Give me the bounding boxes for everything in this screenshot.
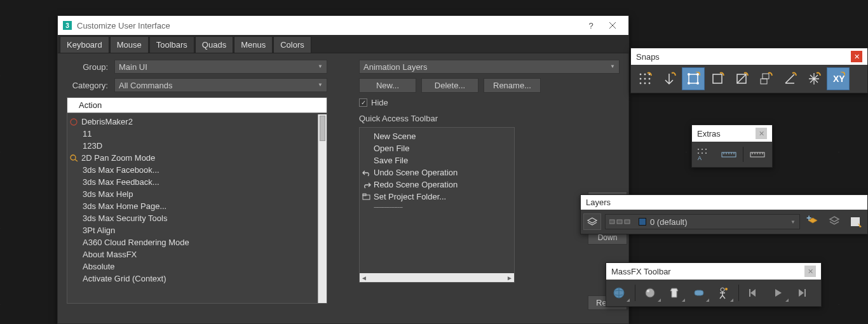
svg-rect-44 <box>804 289 806 297</box>
scroll-right-icon[interactable]: ► <box>506 274 513 281</box>
tab-keyboard[interactable]: Keyboard <box>60 36 109 53</box>
group-label: Group: <box>67 62 114 72</box>
svg-text:+: + <box>806 215 811 223</box>
svg-point-15 <box>696 73 699 76</box>
scroll-thumb[interactable] <box>320 116 325 141</box>
group-select[interactable]: Main UI <box>114 60 327 74</box>
svg-point-9 <box>649 78 650 79</box>
list-item: 3ds Max Security Tools <box>67 212 318 224</box>
rename-button[interactable]: Rename... <box>484 78 541 93</box>
svg-point-6 <box>649 74 650 75</box>
hide-checkbox-row[interactable]: ✓ Hide <box>359 98 620 107</box>
layer-select[interactable]: 0 (default) <box>605 214 800 229</box>
layer-swatch-icons <box>609 217 635 226</box>
folder-icon <box>362 193 371 201</box>
category-label: Category: <box>67 81 114 90</box>
mfx-ragdoll[interactable] <box>712 283 734 302</box>
snap-endpoint[interactable] <box>754 67 777 90</box>
array-tool[interactable]: A <box>695 145 715 163</box>
right-column: Animation Layers New... Delete... Rename… <box>359 60 620 304</box>
close-button[interactable] <box>602 16 623 35</box>
select-layer-button[interactable] <box>847 213 865 230</box>
help-button[interactable]: ? <box>580 16 602 35</box>
svg-point-41 <box>721 288 724 292</box>
snap-angle[interactable] <box>778 67 801 90</box>
svg-point-17 <box>696 82 699 84</box>
massfx-panel[interactable]: MassFX Toolbar ✕ <box>606 262 822 307</box>
undo-icon <box>362 169 371 177</box>
list-item: 11 <box>67 128 318 140</box>
list-item: Redo Scene Operation <box>360 179 514 191</box>
extras-close-button[interactable]: ✕ <box>756 128 767 139</box>
extras-title: Extras <box>697 129 721 138</box>
layer-manager-button[interactable] <box>583 213 601 230</box>
mfx-step[interactable] <box>792 283 813 302</box>
svg-point-16 <box>688 82 690 84</box>
dialog-titlebar[interactable]: 3 Customize User Interface ? <box>58 16 628 35</box>
svg-rect-13 <box>689 74 698 83</box>
list-item: New Scene <box>360 130 514 142</box>
ruler-tool-1[interactable] <box>719 145 739 163</box>
action-list[interactable]: DebrisMaker2 11 123D 2D Pan Zoom Mode 3d… <box>67 114 318 303</box>
delete-button[interactable]: Delete... <box>421 78 478 93</box>
tab-quads[interactable]: Quads <box>195 36 233 53</box>
snap-pivot[interactable] <box>658 67 681 90</box>
action-column-header[interactable]: Action <box>67 98 327 113</box>
layers-titlebar[interactable]: Layers <box>581 195 867 210</box>
vertical-scrollbar[interactable] <box>318 114 327 303</box>
list-item: Save File <box>360 154 514 166</box>
add-to-layer-button[interactable] <box>825 213 843 230</box>
horizontal-scrollbar[interactable]: ◄ ► <box>360 273 514 282</box>
massfx-close-button[interactable]: ✕ <box>804 266 816 277</box>
svg-point-42 <box>725 288 728 290</box>
extras-panel[interactable]: Extras ✕ A <box>691 125 773 168</box>
ruler-tool-2[interactable] <box>747 145 768 163</box>
extras-titlebar[interactable]: Extras ✕ <box>692 125 772 142</box>
snap-perp[interactable] <box>706 67 729 90</box>
snap-bbox[interactable] <box>682 67 705 90</box>
snap-grid[interactable] <box>634 67 656 90</box>
new-button[interactable]: New... <box>359 78 416 93</box>
svg-rect-21 <box>761 79 767 84</box>
tab-colors[interactable]: Colors <box>273 36 311 53</box>
list-item: 123D <box>67 140 318 152</box>
mfx-sphere[interactable] <box>640 283 661 302</box>
massfx-titlebar[interactable]: MassFX Toolbar ✕ <box>606 263 821 280</box>
hide-label: Hide <box>371 98 388 107</box>
snaps-close-button[interactable]: ✕ <box>851 51 862 62</box>
svg-text:XY: XY <box>833 74 845 84</box>
qat-list[interactable]: New Scene Open File Save File Undo Scene… <box>360 128 514 213</box>
snap-tangent[interactable] <box>730 67 753 90</box>
hide-checkbox[interactable]: ✓ <box>359 98 367 107</box>
svg-rect-43 <box>749 289 750 297</box>
mfx-world[interactable] <box>609 283 630 302</box>
list-item: Activate Grid (Context) <box>67 273 318 285</box>
snap-frozen[interactable] <box>803 67 825 90</box>
mfx-capsule[interactable] <box>688 283 710 302</box>
svg-point-28 <box>705 152 707 154</box>
qat-section-label: Quick Access Toolbar <box>359 114 620 123</box>
separator <box>635 285 635 301</box>
snaps-panel[interactable]: Snaps ✕ XY <box>630 48 868 93</box>
tab-mouse[interactable]: Mouse <box>110 36 149 53</box>
new-layer-button[interactable]: + <box>804 213 822 230</box>
mfx-rewind[interactable] <box>743 283 765 302</box>
tab-menus[interactable]: Menus <box>234 36 273 53</box>
svg-point-5 <box>644 74 646 75</box>
tab-toolbars[interactable]: Toolbars <box>149 36 194 53</box>
list-item: 3ds Max Help <box>67 188 318 200</box>
list-item: Absolute <box>67 260 318 273</box>
svg-point-11 <box>644 83 646 84</box>
mfx-play[interactable] <box>768 283 789 302</box>
list-item: A360 Cloud Rendering Mode <box>67 236 318 248</box>
mfx-cloth[interactable] <box>664 283 686 302</box>
dialog-content: Group: Main UI Category: All Commands Ac… <box>58 53 628 310</box>
scroll-left-icon[interactable]: ◄ <box>361 274 367 281</box>
snap-xy[interactable]: XY <box>827 67 850 90</box>
layers-panel[interactable]: Layers 0 (default) + <box>580 194 868 234</box>
category-select[interactable]: All Commands <box>114 78 327 92</box>
toolbar-select[interactable]: Animation Layers <box>359 60 620 74</box>
snaps-titlebar[interactable]: Snaps ✕ <box>631 48 867 65</box>
qat-list-box: New Scene Open File Save File Undo Scene… <box>359 127 515 283</box>
action-list-box: Action DebrisMaker2 11 123D 2D Pan Zoom … <box>67 97 327 304</box>
